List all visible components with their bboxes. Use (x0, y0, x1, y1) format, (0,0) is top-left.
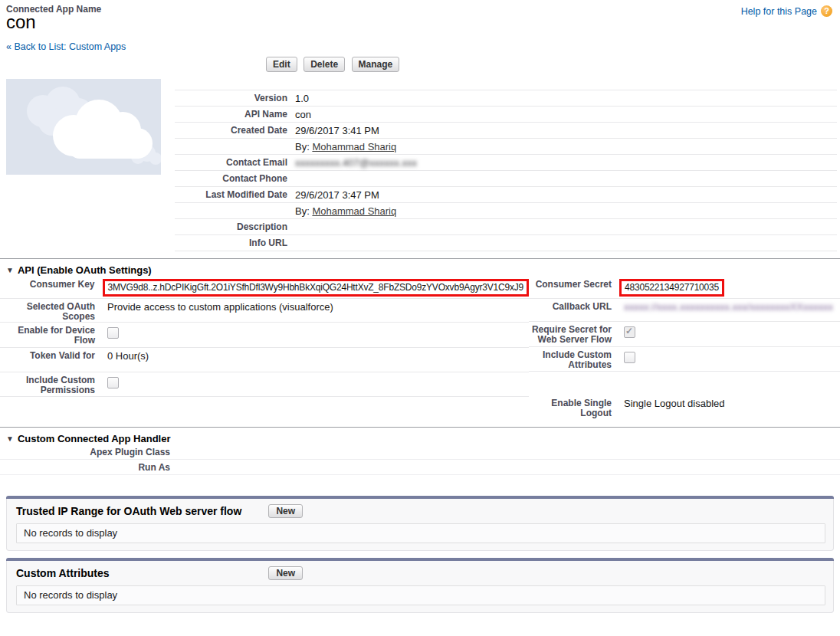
custom-permissions-row: Include Custom Permissions (0, 372, 529, 397)
field-value (618, 322, 840, 346)
field-value (295, 219, 837, 234)
page-title: con (6, 11, 36, 33)
field-label: Include Custom Permissions (0, 372, 101, 396)
field-value: 1.0 (295, 90, 837, 106)
related-list-body: Custom Attributes New No records to disp… (6, 561, 834, 613)
custom-attributes-checkbox[interactable] (624, 352, 635, 363)
token-valid-row: Token Valid for 0 Hour(s) (0, 348, 529, 372)
oauth-section-header[interactable]: ▼API (Enable OAuth Settings) (0, 258, 840, 276)
require-secret-checkbox[interactable] (624, 326, 635, 338)
new-custom-attribute-button[interactable]: New (268, 566, 303, 580)
redacted-email-text: xxxxxxxxx.407@xxxxxx.xxx (295, 157, 417, 169)
custom-attributes-row: Include Custom Attributes (529, 347, 840, 372)
field-value: Single Logout disabled (618, 395, 840, 425)
field-value (295, 235, 837, 251)
device-flow-row: Enable for Device Flow (0, 323, 529, 348)
field-value: xxxxxxxxx.407@xxxxxx.xxx (295, 155, 837, 170)
field-label: Description (175, 219, 295, 234)
consumer-key-value: 3MVG9d8..z.hDcPIKigGft.2O1iYSfhDfl3Wy9Hb… (108, 282, 523, 293)
field-value: 4830522134927710035 (618, 277, 840, 298)
field-label: Callback URL (529, 299, 618, 321)
field-label (175, 139, 295, 154)
detail-row-created-date: Created Date 29/6/2017 3:41 PM (175, 123, 837, 139)
section-title: Custom Connected App Handler (18, 433, 171, 444)
detail-row-modified-by: By: Mohammad Shariq (175, 203, 837, 219)
field-value: Provide access to custom applications (v… (101, 299, 529, 322)
detail-row-contact-phone: Contact Phone (175, 171, 837, 187)
related-list-body: Trusted IP Range for OAuth Web server fl… (6, 499, 834, 551)
related-list-trusted-ip-range: Trusted IP Range for OAuth Web server fl… (6, 496, 834, 551)
consumer-secret-value: 4830522134927710035 (625, 282, 719, 293)
collapse-arrow-icon[interactable]: ▼ (6, 434, 14, 443)
consumer-secret-row: Consumer Secret 4830522134927710035 (529, 277, 840, 299)
oauth-right-column: Consumer Secret 4830522134927710035 Call… (529, 277, 840, 426)
empty-cell (0, 397, 529, 426)
field-label: Require Secret for Web Server Flow (529, 322, 618, 346)
app-logo-image (6, 79, 161, 175)
detail-row-version: Version 1.0 (175, 90, 837, 107)
modified-by-user-link[interactable]: Mohammad Shariq (312, 205, 396, 217)
related-list-title: Trusted IP Range for OAuth Web server fl… (16, 505, 265, 517)
field-label: Contact Phone (175, 171, 295, 186)
redacted-callback-url-text: xxxxx://xxxx.xxxxxxxxxx.xxx/xxxxxxxxXXxx… (624, 301, 833, 313)
cloud-logo-graphic (6, 79, 161, 175)
empty-records-message: No records to display (16, 523, 825, 543)
edit-button[interactable]: Edit (266, 57, 297, 72)
app-detail-table: Version 1.0 API Name con Created Date 29… (175, 90, 837, 251)
by-prefix: By: (295, 141, 312, 152)
field-label: Run As (0, 460, 170, 474)
empty-records-message: No records to display (16, 585, 825, 605)
apex-plugin-class-row: Apex Plugin Class (0, 444, 840, 460)
field-value (101, 323, 529, 347)
single-logout-row: Enable Single Logout Single Logout disab… (529, 395, 840, 425)
handler-detail-table: Apex Plugin Class Run As (0, 444, 840, 475)
oauth-settings-grid: Consumer Key 3MVG9d8..z.hDcPIKigGft.2O1i… (0, 277, 840, 426)
field-label: Created Date (175, 123, 295, 138)
delete-button[interactable]: Delete (304, 57, 345, 72)
field-label: Enable Single Logout (529, 395, 618, 425)
field-label: Version (175, 90, 295, 106)
by-prefix: By: (295, 205, 312, 217)
field-value (170, 460, 840, 474)
detail-row-description: Description (175, 219, 837, 235)
empty-cell (529, 372, 840, 395)
custom-permissions-checkbox[interactable] (107, 377, 119, 388)
field-label: Token Valid for (0, 348, 101, 372)
oauth-scopes-row: Selected OAuth Scopes Provide access to … (0, 299, 529, 323)
back-to-list-link[interactable]: « Back to List: Custom Apps (6, 41, 126, 52)
field-label: Consumer Secret (529, 277, 618, 298)
field-value (618, 347, 840, 371)
help-container: Help for this Page? (741, 5, 832, 17)
field-label: API Name (175, 107, 295, 122)
collapse-arrow-icon[interactable]: ▼ (6, 266, 14, 274)
help-for-this-page-link[interactable]: Help for this Page (741, 6, 817, 17)
detail-row-contact-email: Contact Email xxxxxxxxx.407@xxxxxx.xxx (175, 155, 837, 171)
field-label: Apex Plugin Class (0, 444, 170, 459)
field-label: Info URL (175, 235, 295, 251)
callback-url-row: Callback URL xxxxx://xxxx.xxxxxxxxxx.xxx… (529, 299, 840, 322)
field-value (295, 171, 837, 186)
handler-section-header[interactable]: ▼Custom Connected App Handler (0, 427, 840, 444)
help-question-icon[interactable]: ? (821, 5, 832, 17)
oauth-left-column: Consumer Key 3MVG9d8..z.hDcPIKigGft.2O1i… (0, 277, 529, 426)
created-by-user-link[interactable]: Mohammad Shariq (312, 141, 396, 152)
field-value: con (295, 107, 837, 122)
field-label (175, 203, 295, 218)
manage-button[interactable]: Manage (352, 57, 400, 72)
section-title: API (Enable OAuth Settings) (18, 264, 152, 276)
field-value (101, 372, 529, 396)
new-trusted-ip-button[interactable]: New (268, 504, 303, 518)
field-label: Include Custom Attributes (529, 347, 618, 371)
field-label: Consumer Key (0, 277, 101, 298)
device-flow-checkbox[interactable] (107, 327, 119, 339)
related-list-title: Custom Attributes (16, 567, 265, 579)
field-value: 3MVG9d8..z.hDcPIKigGft.2O1iYSfhDfl3Wy9Hb… (101, 277, 529, 298)
field-value: 29/6/2017 3:47 PM (295, 187, 837, 202)
related-list-custom-attributes: Custom Attributes New No records to disp… (6, 558, 834, 613)
field-value: 0 Hour(s) (101, 348, 529, 372)
consumer-secret-highlight-box: 4830522134927710035 (619, 279, 724, 297)
require-secret-row: Require Secret for Web Server Flow (529, 322, 840, 347)
detail-row-info-url: Info URL (175, 235, 837, 251)
field-value: xxxxx://xxxx.xxxxxxxxxx.xxx/xxxxxxxxXXxx… (618, 299, 840, 321)
field-value (170, 444, 840, 459)
